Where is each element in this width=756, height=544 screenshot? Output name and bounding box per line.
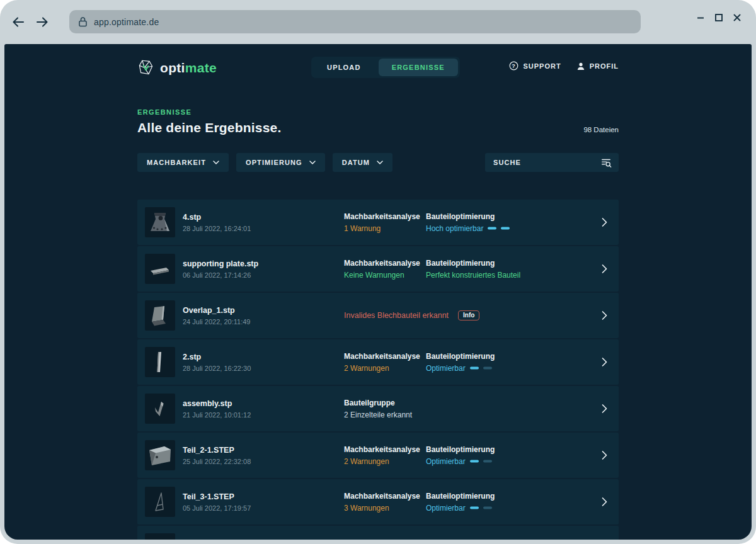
- result-row[interactable]: 4.stp28 Juli 2022, 16:24:01Machbarkeitsa…: [137, 200, 619, 245]
- file-info: Teil_2-1.STEP25 Juli 2022, 22:32:08: [183, 446, 251, 465]
- arrow-left-icon: [10, 14, 26, 30]
- status-text: Perfekt konstruiertes Bauteil: [426, 271, 520, 280]
- status-text: 2 Warnungen: [344, 364, 420, 373]
- result-column: Machbarkeitsanalyse2 Warnungen: [344, 352, 420, 373]
- file-date: 24 Juli 2022, 20:11:49: [183, 318, 250, 326]
- invalid-part-alert: Invalides Blechbauteil erkanntInfo: [344, 310, 479, 320]
- page-title: Alle deine Ergebnisse.: [137, 120, 281, 135]
- row-open-chevron[interactable]: [602, 451, 607, 460]
- row-open-chevron[interactable]: [602, 404, 607, 414]
- row-open-chevron[interactable]: [602, 218, 607, 227]
- filter-datum[interactable]: DATUM: [333, 153, 392, 172]
- file-date: 05 Juli 2022, 17:19:57: [183, 504, 251, 512]
- file-name: 2.stp: [183, 353, 251, 361]
- column-label: Bauteiloptimierung: [426, 259, 520, 268]
- part-thumbnail: [145, 347, 175, 377]
- alert-text: Invalides Blechbauteil erkannt: [344, 311, 449, 320]
- column-label: Machbarkeitsanalyse: [344, 492, 420, 501]
- support-label: SUPPORT: [523, 62, 561, 70]
- result-column: Machbarkeitsanalyse1 Warnung: [344, 212, 420, 233]
- info-badge[interactable]: Info: [458, 310, 479, 320]
- status-text: 2 Warnungen: [344, 457, 420, 466]
- optimization-meter-dash: [483, 367, 492, 370]
- column-label: Machbarkeitsanalyse: [344, 445, 420, 454]
- result-row[interactable]: assembly.stp21 Juli 2022, 10:01:12Bautei…: [137, 386, 619, 431]
- profil-label: PROFIL: [590, 62, 619, 70]
- brand-wordmark: optimate: [160, 60, 217, 76]
- results-list: 4.stp28 Juli 2022, 16:24:01Machbarkeitsa…: [137, 200, 619, 540]
- part-thumbnail: [145, 207, 175, 237]
- optimization-meter-dash: [483, 460, 492, 463]
- minimize-button[interactable]: [696, 13, 706, 23]
- file-date: 06 Juli 2022, 17:14:26: [183, 271, 258, 279]
- file-info: 4.stp28 Juli 2022, 16:24:01: [183, 213, 251, 232]
- browser-forward-button[interactable]: [34, 13, 52, 31]
- row-open-chevron[interactable]: [602, 311, 607, 320]
- file-date: 28 Juli 2022, 16:22:30: [183, 365, 251, 372]
- close-button[interactable]: [732, 13, 742, 23]
- optimization-meter-dash: [470, 507, 479, 509]
- chevron-right-icon: [602, 358, 607, 367]
- result-column: BauteiloptimierungOptimierbar: [426, 492, 495, 513]
- result-row[interactable]: supporting plate.stp06 Juli 2022, 17:14:…: [137, 246, 619, 292]
- file-info: 2.stp28 Juli 2022, 16:22:30: [183, 353, 251, 372]
- column-label: Bauteiloptimierung: [426, 492, 495, 501]
- part-thumbnail: [145, 254, 175, 284]
- result-column: MachbarkeitsanalyseKeine Warnungen: [344, 259, 420, 280]
- column-label: Bauteiloptimierung: [426, 212, 510, 221]
- maximize-button[interactable]: [714, 13, 724, 23]
- search-input[interactable]: [493, 159, 600, 166]
- row-open-chevron[interactable]: [602, 264, 607, 274]
- tab-upload[interactable]: UPLOAD: [311, 57, 377, 78]
- page-eyebrow: ERGEBNISSE: [137, 108, 281, 116]
- window-controls: [696, 13, 742, 23]
- part-thumbnail: [145, 487, 175, 517]
- chevron-down-icon: [213, 161, 219, 164]
- row-open-chevron[interactable]: [602, 358, 607, 367]
- url-text: app.optimate.de: [94, 17, 159, 27]
- status-text: Optimierbar: [426, 504, 495, 513]
- page-title-row: ERGEBNISSE Alle deine Ergebnisse. 98 Dat…: [137, 108, 619, 135]
- chevron-down-icon: [377, 161, 383, 164]
- file-name: Teil_2-1.STEP: [183, 446, 251, 455]
- status-text: 2 Einzelteile erkannt: [344, 411, 412, 419]
- filter-optimierung[interactable]: OPTIMIERUNG: [236, 153, 325, 172]
- file-info: Teil_3-1.STEP05 Juli 2022, 17:19:57: [183, 492, 251, 512]
- result-column: BauteiloptimierungPerfekt konstruiertes …: [426, 259, 520, 280]
- result-row[interactable]: Teil_3-1.STEP05 Juli 2022, 17:19:57Machb…: [137, 479, 619, 524]
- result-column: Machbarkeitsanalyse3 Warnungen: [344, 492, 420, 513]
- app-page: optimate UPLOAD ERGEBNISSE ? SUPPORT: [4, 44, 752, 540]
- arrow-right-icon: [34, 14, 50, 30]
- chevron-right-icon: [602, 451, 607, 460]
- status-text: 3 Warnungen: [344, 504, 420, 513]
- status-text: Keine Warnungen: [344, 271, 420, 280]
- result-column: Machbarkeitsanalyse2 Warnungen: [344, 445, 420, 466]
- result-row[interactable]: Overlap_1.stp24 Juli 2022, 20:11:49Inval…: [137, 293, 619, 338]
- result-row[interactable]: mesh plate.stpMachbarkeitsanalyseBauteil…: [137, 526, 619, 540]
- result-row[interactable]: Teil_2-1.STEP25 Juli 2022, 22:32:08Machb…: [137, 433, 619, 478]
- file-date: 21 Juli 2022, 10:01:12: [183, 411, 251, 419]
- browser-back-button[interactable]: [10, 13, 28, 31]
- file-name: supporting plate.stp: [183, 259, 258, 268]
- profil-link[interactable]: PROFIL: [576, 61, 619, 71]
- optimate-logo[interactable]: optimate: [137, 59, 217, 76]
- column-label: Machbarkeitsanalyse: [344, 259, 420, 268]
- result-column: BauteiloptimierungOptimierbar: [426, 445, 495, 466]
- column-label: Machbarkeitsanalyse: [344, 212, 420, 221]
- column-label: Machbarkeitsanalyse: [344, 352, 420, 361]
- chevron-down-icon: [309, 161, 316, 164]
- status-text: Hoch optimierbar: [426, 224, 510, 233]
- optimization-meter-dash: [470, 460, 479, 463]
- address-bar[interactable]: app.optimate.de: [69, 10, 641, 33]
- file-info: Overlap_1.stp24 Juli 2022, 20:11:49: [183, 306, 250, 326]
- result-row[interactable]: 2.stp28 Juli 2022, 16:22:30Machbarkeitsa…: [137, 339, 619, 385]
- search-box: [485, 153, 619, 172]
- status-text: Optimierbar: [426, 364, 495, 373]
- status-text: 1 Warnung: [344, 224, 420, 233]
- row-open-chevron[interactable]: [602, 497, 607, 507]
- filter-machbarkeit[interactable]: MACHBARKEIT: [137, 153, 229, 172]
- support-link[interactable]: ? SUPPORT: [509, 61, 561, 71]
- svg-text:?: ?: [512, 63, 517, 69]
- tab-ergebnisse[interactable]: ERGEBNISSE: [379, 59, 458, 76]
- file-name: 4.stp: [183, 213, 251, 222]
